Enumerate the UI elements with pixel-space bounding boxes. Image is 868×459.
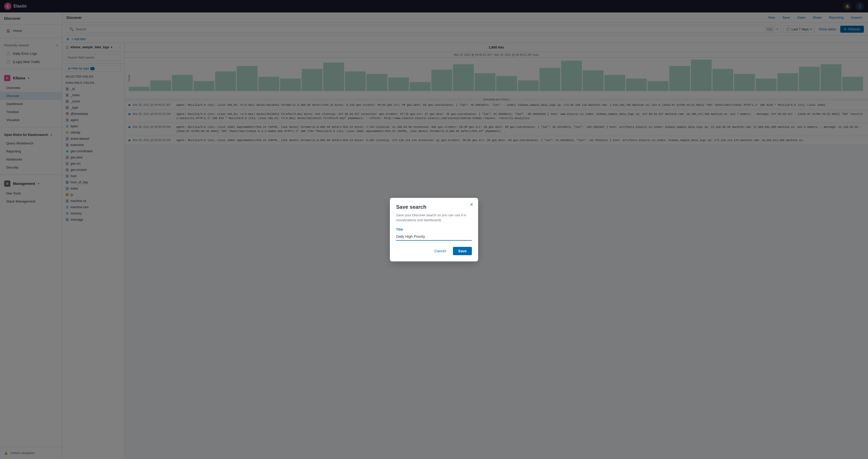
modal-title: Save search	[396, 204, 472, 210]
modal-title-input[interactable]	[396, 233, 472, 241]
save-search-modal: ✕ Save search Save your Discover search …	[390, 198, 478, 261]
modal-actions: Cancel Save	[396, 247, 472, 255]
modal-field-label: Title	[396, 227, 472, 231]
modal-save-button[interactable]: Save	[453, 247, 472, 255]
modal-close-button[interactable]: ✕	[468, 201, 475, 208]
modal-overlay[interactable]: ✕ Save search Save your Discover search …	[0, 0, 868, 459]
modal-cancel-button[interactable]: Cancel	[430, 247, 450, 255]
modal-description: Save your Discover search so you can use…	[396, 212, 472, 223]
